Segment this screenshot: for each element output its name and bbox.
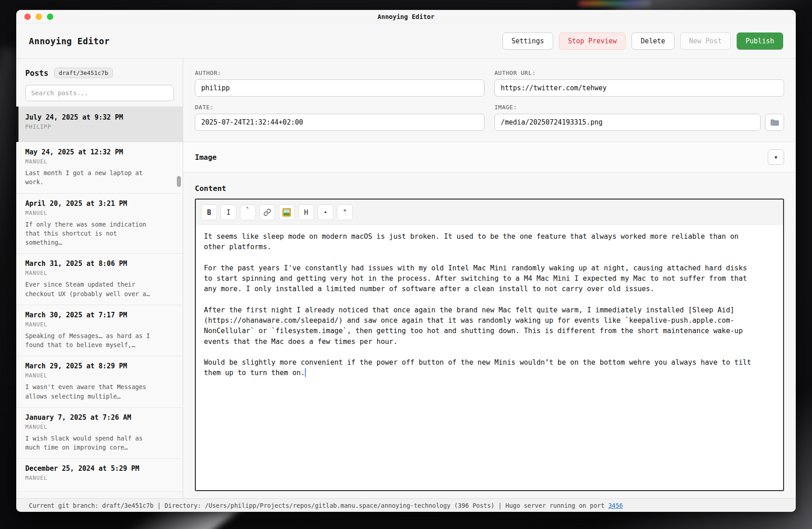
post-author: MANUEL <box>25 372 174 379</box>
code-button[interactable]: ` <box>240 204 256 220</box>
page-title: Annoying Editor <box>29 36 110 46</box>
post-preview: Last month I got a new laptop at work. <box>25 168 151 187</box>
post-author: PHILIPP <box>25 124 174 130</box>
editor-toolbar: B I ` H • " <box>196 200 783 225</box>
sidebar-scrollbar[interactable] <box>177 176 181 187</box>
post-date: March 29, 2025 at 8:29 PM <box>25 362 174 370</box>
heading-button[interactable]: H <box>298 204 314 220</box>
search-input[interactable] <box>25 85 174 101</box>
delete-button[interactable]: Delete <box>632 32 674 50</box>
close-button[interactable] <box>24 14 31 20</box>
post-preview: I wish Slack would spend half as much ti… <box>25 434 151 452</box>
traffic-lights <box>24 14 53 20</box>
post-date: May 24, 2025 at 12:32 PM <box>25 148 174 156</box>
text-cursor <box>305 368 306 377</box>
backtick-icon: ` <box>245 206 250 215</box>
post-list-item[interactable]: April 20, 2025 at 3:21 PM MANUEL If only… <box>16 194 183 254</box>
content-textarea[interactable]: It seems like sleep mode on modern macOS… <box>196 225 764 490</box>
author-label: AUTHOR: <box>195 70 484 76</box>
stop-preview-button[interactable]: Stop Preview <box>559 32 626 50</box>
post-list-item[interactable]: March 31, 2025 at 8:06 PM MANUEL Ever si… <box>16 254 183 305</box>
post-date: December 25, 2024 at 5:29 PM <box>25 464 174 473</box>
folder-icon <box>770 119 779 126</box>
link-button[interactable] <box>259 204 275 220</box>
post-list-item[interactable]: January 7, 2025 at 7:26 AM MANUEL I wish… <box>16 408 183 459</box>
author-url-field-group: AUTHOR URL: <box>494 70 784 97</box>
post-list-item[interactable]: May 24, 2025 at 12:32 PM MANUEL Last mon… <box>16 142 183 194</box>
post-author: MANUEL <box>25 475 174 481</box>
image-section-toggle[interactable]: ▼ <box>768 149 784 165</box>
app-window: Annoying Editor Annoying Editor Settings… <box>16 10 796 512</box>
post-list-item[interactable]: March 30, 2025 at 7:17 PM MANUEL Speakin… <box>16 305 183 357</box>
titlebar: Annoying Editor <box>16 10 796 23</box>
date-input[interactable] <box>195 114 484 131</box>
body-row: Posts draft/3e451c7b July 24, 2025 at 9:… <box>16 59 796 498</box>
author-input[interactable] <box>195 79 484 97</box>
status-bar: Current git branch: draft/3e451c7b | Dir… <box>16 498 796 512</box>
image-icon <box>282 208 291 217</box>
minimize-button[interactable] <box>36 14 42 20</box>
post-list-item[interactable]: March 29, 2025 at 8:29 PM MANUEL I wasn'… <box>16 356 183 408</box>
fullscreen-button[interactable] <box>47 14 53 20</box>
content-section-title: Content <box>195 184 784 193</box>
publish-button[interactable]: Publish <box>737 32 783 50</box>
new-post-button[interactable]: New Post <box>680 32 731 50</box>
link-icon <box>263 209 271 216</box>
post-list-item[interactable]: December 25, 2024 at 5:29 PM MANUEL <box>16 459 183 492</box>
app-header: Annoying Editor Settings Stop Preview De… <box>16 23 796 59</box>
author-field-group: AUTHOR: <box>195 70 484 97</box>
date-label: DATE: <box>195 104 484 111</box>
image-section-title: Image <box>195 153 217 162</box>
chevron-down-icon: ▼ <box>775 155 777 160</box>
status-text: Current git branch: draft/3e451c7b | Dir… <box>29 502 608 509</box>
image-field-group: IMAGE: <box>494 104 784 131</box>
post-meta-fields: AUTHOR: AUTHOR URL: DATE: IMAGE: <box>195 70 784 131</box>
branch-badge: draft/3e451c7b <box>54 68 113 78</box>
image-section: Image ▼ <box>183 142 796 172</box>
post-preview: Ever since Steam updated their checkout … <box>25 280 151 298</box>
post-date: March 30, 2025 at 7:17 PM <box>25 311 174 319</box>
post-date: July 24, 2025 at 9:32 PM <box>25 113 174 121</box>
post-preview: Speaking of Messages… as hard as I found… <box>25 331 151 350</box>
settings-button[interactable]: Settings <box>503 32 553 50</box>
sidebar-head: Posts draft/3e451c7b <box>16 68 183 78</box>
date-field-group: DATE: <box>195 104 484 131</box>
bullet-list-button[interactable]: • <box>318 204 333 220</box>
post-date: April 20, 2025 at 3:21 PM <box>25 200 174 208</box>
content-text: It seems like sleep mode on modern macOS… <box>204 232 755 377</box>
post-author: MANUEL <box>25 270 174 276</box>
post-author: MANUEL <box>25 321 174 328</box>
posts-sidebar: Posts draft/3e451c7b July 24, 2025 at 9:… <box>16 59 183 498</box>
post-date: January 7, 2025 at 7:26 AM <box>25 413 174 422</box>
bullet-icon: • <box>324 209 328 216</box>
italic-button[interactable]: I <box>221 204 236 220</box>
port-link[interactable]: 3456 <box>608 502 623 509</box>
author-url-input[interactable] <box>494 79 784 97</box>
window-title: Annoying Editor <box>16 10 796 23</box>
posts-title: Posts <box>25 69 48 78</box>
lens-flare <box>578 1 651 6</box>
browse-image-button[interactable] <box>765 114 784 131</box>
header-buttons: Settings Stop Preview Delete New Post Pu… <box>503 32 783 50</box>
post-author: MANUEL <box>25 424 174 430</box>
markdown-editor: B I ` H • " It seems like sleep m <box>195 199 784 491</box>
post-author: MANUEL <box>25 158 174 165</box>
image-path-input[interactable] <box>494 114 761 131</box>
post-date: March 31, 2025 at 8:06 PM <box>25 260 174 268</box>
post-author: MANUEL <box>25 210 174 216</box>
image-label: IMAGE: <box>494 104 784 111</box>
post-list: July 24, 2025 at 9:32 PM PHILIPP May 24,… <box>16 107 183 498</box>
author-url-label: AUTHOR URL: <box>494 70 784 76</box>
main-panel: AUTHOR: AUTHOR URL: DATE: IMAGE: <box>183 59 796 498</box>
post-list-item[interactable]: July 24, 2025 at 9:32 PM PHILIPP <box>16 107 183 142</box>
post-preview: I wasn't even aware that Messages allows… <box>25 382 151 401</box>
quote-button[interactable]: " <box>337 204 353 220</box>
bold-button[interactable]: B <box>201 204 217 220</box>
insert-image-button[interactable] <box>279 204 295 220</box>
desktop-background: Annoying Editor Annoying Editor Settings… <box>0 0 812 529</box>
post-preview: If only there was some indication that t… <box>25 220 151 247</box>
